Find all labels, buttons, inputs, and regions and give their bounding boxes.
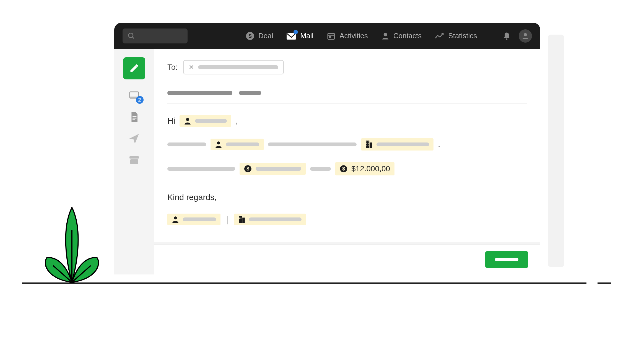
token-placeholder — [376, 142, 429, 146]
svg-rect-17 — [133, 118, 136, 118]
deal-value-text: $12.000,00 — [351, 164, 390, 173]
search-icon — [128, 32, 135, 40]
svg-rect-20 — [130, 159, 138, 164]
svg-rect-16 — [133, 116, 136, 117]
nav-mail[interactable]: Mail — [286, 32, 313, 40]
person-icon — [184, 117, 191, 125]
compose-panel: To: ✕ Hi , — [154, 49, 540, 274]
sidebar-inbox[interactable]: 2 — [129, 90, 140, 101]
svg-rect-26 — [368, 141, 368, 142]
svg-line-4 — [133, 37, 134, 38]
token-placeholder — [183, 217, 216, 221]
subject-placeholder-1 — [167, 91, 232, 95]
mail-sidebar: 2 — [114, 49, 154, 274]
token-deal[interactable]: $ — [240, 163, 306, 175]
svg-rect-36 — [239, 216, 242, 223]
svg-point-21 — [186, 118, 189, 121]
recipient-placeholder — [198, 65, 278, 69]
chart-line-icon — [435, 32, 444, 40]
sidebar-archive[interactable] — [129, 155, 140, 166]
send-bar — [154, 244, 540, 274]
token-placeholder — [226, 142, 259, 146]
pencil-icon — [129, 63, 139, 73]
top-navbar: $ Deal Mail Activities — [114, 23, 540, 49]
svg-rect-19 — [129, 156, 139, 159]
token-sender-name[interactable] — [167, 214, 220, 225]
recipient-chip[interactable]: ✕ — [183, 60, 284, 74]
token-placeholder — [256, 167, 301, 171]
comma: , — [236, 116, 238, 126]
text-placeholder — [167, 167, 235, 171]
avatar[interactable] — [519, 29, 532, 43]
svg-rect-23 — [366, 141, 369, 148]
nav-statistics[interactable]: Statistics — [435, 32, 477, 40]
person-icon — [172, 216, 179, 223]
sidebar-drafts[interactable] — [129, 112, 140, 123]
dollar-circle-icon: $ — [246, 32, 255, 40]
svg-point-11 — [383, 33, 387, 36]
nav-right — [503, 29, 532, 43]
ground-dash — [598, 282, 611, 284]
nav-label: Statistics — [448, 32, 477, 40]
token-sender-org[interactable] — [234, 214, 306, 225]
svg-point-35 — [174, 216, 177, 219]
send-label-placeholder — [495, 258, 518, 261]
svg-text:$: $ — [248, 33, 251, 39]
svg-rect-38 — [239, 217, 240, 217]
compose-button[interactable] — [123, 57, 145, 79]
greeting-text: Hi — [167, 116, 175, 126]
nav-contacts[interactable]: Contacts — [381, 32, 422, 40]
body-line-3: $ $ $12.000,00 — [167, 162, 527, 175]
body-signoff: Kind regards, — [167, 193, 527, 202]
token-contact[interactable] — [211, 139, 264, 150]
svg-text:$: $ — [342, 166, 345, 172]
subject-row[interactable] — [167, 91, 527, 95]
period: . — [438, 140, 440, 149]
svg-rect-40 — [239, 218, 240, 219]
svg-text:$: $ — [246, 166, 249, 172]
person-icon — [215, 141, 222, 148]
signoff-text: Kind regards, — [167, 193, 217, 202]
token-organization[interactable] — [361, 138, 433, 151]
remove-recipient-icon[interactable]: ✕ — [189, 63, 194, 71]
token-deal-value[interactable]: $ $12.000,00 — [335, 162, 394, 175]
svg-rect-18 — [133, 119, 135, 120]
svg-rect-41 — [241, 218, 242, 219]
dollar-circle-icon: $ — [244, 165, 252, 173]
token-contact-name[interactable] — [180, 115, 231, 127]
svg-rect-29 — [367, 145, 367, 146]
divider — [167, 103, 527, 104]
nav-label: Deal — [258, 32, 273, 40]
svg-rect-37 — [242, 217, 245, 223]
document-icon — [130, 112, 138, 122]
bell-icon[interactable] — [503, 31, 511, 41]
nav-deal[interactable]: $ Deal — [246, 32, 273, 40]
building-icon — [365, 141, 373, 148]
separator: | — [226, 214, 228, 225]
text-placeholder — [268, 142, 357, 146]
building-icon — [238, 216, 245, 223]
svg-rect-24 — [370, 142, 372, 148]
nav-activities[interactable]: Activities — [327, 32, 368, 40]
body-line-2: . — [167, 138, 527, 151]
text-placeholder — [167, 142, 206, 146]
send-icon — [129, 134, 139, 143]
svg-rect-39 — [241, 217, 242, 217]
compose-footer — [154, 242, 540, 274]
to-row: To: ✕ — [167, 60, 527, 74]
text-placeholder — [310, 167, 331, 171]
send-button[interactable] — [485, 251, 528, 268]
dollar-circle-icon: $ — [340, 165, 347, 173]
person-icon — [521, 32, 529, 40]
svg-point-22 — [217, 141, 220, 144]
window-shadow — [548, 35, 564, 267]
plant-decoration — [33, 194, 111, 285]
person-icon — [381, 32, 389, 40]
search-input[interactable] — [123, 28, 188, 43]
svg-rect-30 — [368, 145, 368, 146]
subject-placeholder-2 — [239, 91, 261, 95]
signature-line: | — [167, 214, 527, 225]
sidebar-sent[interactable] — [129, 133, 140, 144]
nav-label: Mail — [300, 32, 313, 40]
app-window: $ Deal Mail Activities — [114, 23, 540, 274]
